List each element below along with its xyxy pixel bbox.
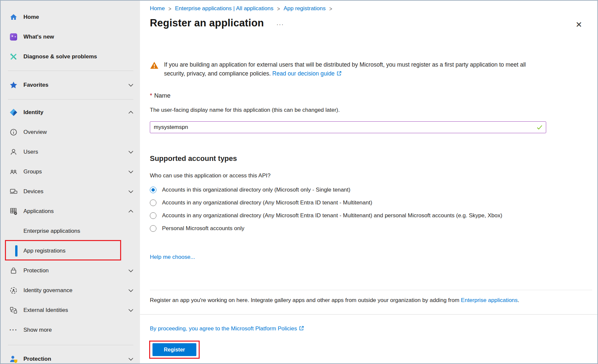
sidebar-item-whats-new[interactable]: ✦✦ What's new bbox=[1, 27, 140, 47]
external-link-icon bbox=[336, 70, 342, 79]
external-link-icon bbox=[299, 325, 304, 333]
chevron-down-icon[interactable] bbox=[128, 267, 133, 274]
warning-banner: If you are building an application for e… bbox=[150, 60, 545, 78]
radio-option-multitenant-personal[interactable]: Accounts in any organizational directory… bbox=[150, 211, 502, 220]
warning-text: If you are building an application for e… bbox=[164, 60, 545, 78]
sidebar-item-diagnose[interactable]: Diagnose & solve problems bbox=[1, 47, 140, 67]
sidebar-item-groups[interactable]: Groups bbox=[1, 162, 140, 182]
sidebar-item-label: Protection bbox=[23, 356, 51, 362]
breadcrumb-link-app-registrations[interactable]: App registrations bbox=[283, 5, 326, 12]
breadcrumb-link-home[interactable]: Home bbox=[150, 5, 165, 12]
sidebar-item-label: Applications bbox=[23, 208, 54, 215]
checkmark-icon bbox=[536, 124, 543, 132]
platform-policies-link[interactable]: By proceeding, you agree to the Microsof… bbox=[150, 325, 297, 332]
favorites-star-icon bbox=[9, 81, 18, 89]
app-window: Home ✦✦ What's new Diagnose & solve prob… bbox=[0, 0, 598, 364]
sidebar-item-label: Enterprise applications bbox=[23, 228, 80, 234]
sidebar-item-label: Diagnose & solve problems bbox=[23, 53, 97, 60]
sidebar-item-label: Show more bbox=[23, 327, 52, 333]
sidebar-item-identity[interactable]: Identity bbox=[1, 103, 140, 122]
enterprise-applications-link[interactable]: Enterprise applications bbox=[461, 297, 518, 303]
breadcrumb-separator: > bbox=[277, 5, 280, 12]
chevron-down-icon[interactable] bbox=[128, 287, 133, 294]
radio-option-personal-only[interactable]: Personal Microsoft accounts only bbox=[150, 224, 502, 233]
chevron-down-icon[interactable] bbox=[128, 188, 133, 195]
breadcrumb: Home > Enterprise applications | All app… bbox=[150, 5, 336, 12]
sidebar-item-external-identities[interactable]: External Identities bbox=[1, 300, 140, 320]
radio-button[interactable] bbox=[150, 199, 156, 206]
account-types-radio-group: Accounts in this organizational director… bbox=[150, 186, 502, 233]
sidebar-item-enterprise-applications[interactable]: Enterprise applications bbox=[1, 221, 140, 241]
more-options-icon[interactable]: ··· bbox=[277, 21, 284, 28]
sidebar-item-label: Groups bbox=[23, 168, 42, 175]
overview-info-icon bbox=[9, 128, 18, 136]
name-input[interactable] bbox=[150, 121, 546, 133]
close-icon[interactable]: ✕ bbox=[576, 20, 582, 29]
main-panel: Home > Enterprise applications | All app… bbox=[140, 1, 598, 363]
identity-governance-icon bbox=[9, 286, 18, 295]
sidebar-item-home[interactable]: Home bbox=[1, 7, 140, 27]
sidebar-item-overview[interactable]: Overview bbox=[1, 122, 140, 142]
radio-option-single-tenant[interactable]: Accounts in this organizational director… bbox=[150, 186, 502, 194]
annotation-box-register-button: Register bbox=[149, 341, 200, 359]
home-icon bbox=[9, 13, 18, 21]
show-more-ellipsis-icon: ··· bbox=[9, 326, 18, 334]
register-note: Register an app you're working on here. … bbox=[150, 297, 519, 304]
chevron-up-icon[interactable] bbox=[128, 109, 133, 116]
breadcrumb-link-enterprise-applications[interactable]: Enterprise applications | All applicatio… bbox=[175, 5, 273, 12]
warning-triangle-icon bbox=[150, 61, 159, 78]
radio-button[interactable] bbox=[150, 225, 156, 232]
sidebar-item-identity-governance[interactable]: Identity governance bbox=[1, 281, 140, 300]
sidebar-item-favorites[interactable]: Favorites bbox=[1, 75, 140, 95]
sidebar: Home ✦✦ What's new Diagnose & solve prob… bbox=[1, 1, 140, 363]
help-me-choose-link[interactable]: Help me choose... bbox=[150, 254, 195, 260]
chevron-down-icon[interactable] bbox=[128, 82, 133, 88]
sidebar-item-label: Users bbox=[23, 149, 38, 155]
sidebar-item-show-more[interactable]: ··· Show more bbox=[1, 320, 140, 340]
policies-line: By proceeding, you agree to the Microsof… bbox=[150, 325, 304, 333]
breadcrumb-separator: > bbox=[329, 5, 332, 12]
decision-guide-link[interactable]: Read our decision guide bbox=[272, 70, 335, 77]
sidebar-item-label: What's new bbox=[23, 34, 54, 40]
protection-person-shield-icon bbox=[9, 355, 18, 363]
sidebar-item-app-registrations[interactable]: App registrations bbox=[1, 241, 140, 261]
sidebar-item-label: Identity governance bbox=[23, 287, 72, 294]
chevron-down-icon[interactable] bbox=[128, 168, 133, 175]
sidebar-divider bbox=[8, 345, 133, 345]
sidebar-item-label: App registrations bbox=[23, 248, 66, 254]
sidebar-item-label: External Identities bbox=[23, 307, 68, 314]
sidebar-item-label: Favorites bbox=[23, 82, 49, 88]
chevron-down-icon[interactable] bbox=[128, 356, 133, 362]
breadcrumb-separator: > bbox=[168, 5, 171, 12]
chevron-up-icon[interactable] bbox=[128, 208, 133, 215]
sidebar-item-applications[interactable]: Applications bbox=[1, 201, 140, 221]
name-field-description: The user-facing display name for this ap… bbox=[150, 107, 340, 113]
account-types-question: Who can use this application or access t… bbox=[150, 172, 271, 179]
external-identities-icon bbox=[9, 306, 18, 315]
sidebar-item-protection-bottom[interactable]: Protection bbox=[1, 349, 140, 363]
sidebar-item-protection[interactable]: Protection bbox=[1, 261, 140, 281]
sidebar-item-label: Identity bbox=[23, 109, 43, 116]
selected-indicator-bar bbox=[15, 245, 17, 257]
supported-account-types-heading: Supported account types bbox=[150, 154, 237, 163]
users-icon bbox=[9, 148, 18, 156]
devices-icon bbox=[9, 187, 18, 196]
section-divider bbox=[150, 290, 592, 290]
sidebar-divider bbox=[8, 99, 133, 100]
sidebar-item-devices[interactable]: Devices bbox=[1, 182, 140, 201]
sidebar-item-users[interactable]: Users bbox=[1, 142, 140, 162]
chevron-down-icon[interactable] bbox=[128, 149, 133, 155]
required-marker: * bbox=[150, 92, 152, 99]
sidebar-item-label: Protection bbox=[23, 267, 49, 274]
radio-button[interactable] bbox=[150, 187, 156, 193]
whats-new-icon: ✦✦ bbox=[9, 33, 18, 41]
sidebar-divider bbox=[8, 71, 133, 71]
sidebar-item-label: Home bbox=[23, 14, 39, 20]
identity-diamond-icon bbox=[9, 108, 18, 117]
register-button[interactable]: Register bbox=[152, 343, 196, 356]
chevron-down-icon[interactable] bbox=[128, 307, 133, 314]
radio-button[interactable] bbox=[150, 212, 156, 219]
applications-grid-icon bbox=[9, 207, 18, 216]
radio-option-multitenant[interactable]: Accounts in any organizational directory… bbox=[150, 198, 502, 207]
footer-divider bbox=[140, 314, 598, 315]
